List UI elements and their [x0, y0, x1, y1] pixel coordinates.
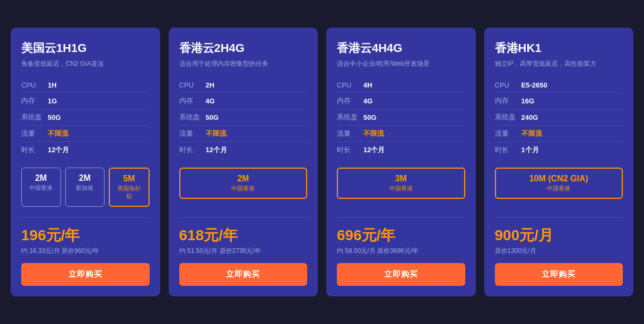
price-sub: 约 51.50元/月 原价2736元/年	[179, 247, 308, 256]
price-section: 900元/月原价1300元/月立即购买	[495, 217, 623, 286]
bandwidth-value: 3M	[343, 174, 459, 183]
price-sub: 约 58.00元/月 原价3696元/年	[337, 247, 465, 256]
bandwidth-region: 中国香港	[343, 185, 459, 192]
card-4: 香港HK1独立IP，高带宽低延迟，高性能算力CPUE5-2650内存16G系统盘…	[484, 28, 634, 296]
buy-button[interactable]: 立即购买	[21, 263, 150, 286]
spec-label: CPU	[337, 81, 363, 89]
bandwidth-value: 2M	[27, 173, 55, 183]
price-section: 696元/年约 58.00元/月 原价3696元/年立即购买	[337, 217, 465, 286]
spec-row: 流量不限流	[337, 126, 465, 142]
spec-value: 1H	[48, 81, 57, 89]
spec-label: 系统盘	[337, 112, 363, 122]
spec-row: 系统盘50G	[21, 109, 150, 126]
card-subtitle: 适合用于处理内存密集型的任务	[179, 59, 308, 68]
bandwidth-value: 5M	[115, 174, 143, 183]
bandwidth-value: 2M	[186, 174, 301, 183]
card-subtitle: 独立IP，高带宽低延迟，高性能算力	[495, 59, 623, 68]
price-section: 196元/年约 16.33元/月 原价960元/年立即购买	[21, 217, 150, 286]
bandwidth-option[interactable]: 2M中国香港	[21, 168, 61, 207]
spec-value: 16G	[521, 97, 535, 105]
spec-value: 12个月	[363, 145, 385, 155]
spec-value: 12个月	[206, 145, 227, 155]
card-subtitle: 适合中小企业/程序/Web开发场景	[337, 59, 465, 68]
bandwidth-option[interactable]: 2M中国香港	[179, 168, 308, 199]
bandwidth-value: 2M	[71, 173, 99, 183]
price-main: 196元/年	[21, 225, 150, 246]
spec-value: 240G	[521, 113, 538, 121]
spec-label: 系统盘	[495, 112, 521, 122]
card-3: 香港云4H4G适合中小企业/程序/Web开发场景CPU4H内存4G系统盘50G流…	[326, 28, 476, 296]
spec-label: 时长	[337, 145, 363, 155]
price-sub: 约 16.33元/月 原价960元/年	[21, 247, 150, 256]
spec-row: 流量不限流	[495, 126, 623, 142]
bandwidth-section: 3M中国香港	[337, 168, 465, 199]
spec-label: 时长	[179, 145, 206, 155]
spec-row: 内存4G	[337, 93, 465, 109]
specs-table: CPUE5-2650内存16G系统盘240G流量不限流时长1个月	[495, 78, 623, 158]
spec-label: 时长	[495, 145, 521, 155]
card-title: 香港HK1	[495, 40, 623, 56]
spec-row: 时长12个月	[21, 142, 150, 158]
price-main: 696元/年	[337, 225, 465, 246]
spec-row: 时长12个月	[337, 142, 465, 158]
specs-table: CPU4H内存4G系统盘50G流量不限流时长12个月	[337, 78, 465, 158]
spec-value: 4G	[363, 97, 372, 105]
spec-value: 4H	[363, 81, 372, 89]
card-1: 美国云1H1G免备室低延迟，CN2 GIA直连CPU1H内存1G系统盘50G流量…	[11, 28, 160, 296]
spec-value: 1个月	[521, 145, 539, 155]
bandwidth-option[interactable]: 5M美国洛杉矶	[109, 168, 150, 207]
spec-value: E5-2650	[521, 81, 547, 89]
price-section: 618元/年约 51.50元/月 原价2736元/年立即购买	[179, 217, 308, 286]
spec-value: 不限流	[521, 129, 542, 138]
spec-label: 系统盘	[179, 112, 206, 122]
bandwidth-option[interactable]: 2M新加坡	[65, 168, 105, 207]
spec-label: 内存	[495, 96, 521, 106]
spec-value: 2H	[206, 81, 215, 89]
price-sub: 原价1300元/月	[495, 247, 623, 256]
spec-row: 系统盘50G	[179, 109, 308, 126]
spec-label: 内存	[337, 96, 363, 106]
cards-container: 美国云1H1G免备室低延迟，CN2 GIA直连CPU1H内存1G系统盘50G流量…	[11, 28, 633, 296]
spec-value: 4G	[206, 97, 215, 105]
bandwidth-option[interactable]: 3M中国香港	[337, 168, 465, 199]
spec-value: 1G	[48, 97, 57, 105]
spec-label: 系统盘	[21, 112, 48, 122]
buy-button[interactable]: 立即购买	[495, 263, 623, 286]
card-subtitle: 免备室低延迟，CN2 GIA直连	[21, 59, 150, 68]
buy-button[interactable]: 立即购买	[337, 263, 465, 286]
spec-label: 流量	[179, 129, 206, 138]
card-title: 香港云2H4G	[179, 40, 308, 56]
spec-row: 内存16G	[495, 93, 623, 109]
spec-label: 流量	[21, 129, 48, 138]
spec-row: 流量不限流	[21, 126, 150, 142]
card-title: 美国云1H1G	[21, 40, 150, 56]
spec-label: 内存	[179, 96, 206, 106]
bandwidth-region: 美国洛杉矶	[115, 185, 143, 200]
spec-label: 流量	[495, 129, 521, 138]
buy-button[interactable]: 立即购买	[179, 263, 308, 286]
spec-value: 50G	[206, 113, 219, 121]
bandwidth-region: 中国香港	[186, 185, 301, 192]
spec-row: 内存4G	[179, 93, 308, 109]
spec-row: CPU2H	[179, 78, 308, 93]
spec-label: 流量	[337, 129, 363, 138]
spec-row: 系统盘240G	[495, 109, 623, 126]
card-title: 香港云4H4G	[337, 40, 465, 56]
bandwidth-option[interactable]: 10M (CN2 GIA)中国香港	[495, 168, 623, 199]
bandwidth-value: 10M (CN2 GIA)	[501, 174, 617, 183]
spec-row: CPU4H	[337, 78, 465, 93]
spec-row: CPUE5-2650	[495, 78, 623, 93]
spec-row: 系统盘50G	[337, 109, 465, 126]
spec-value: 不限流	[206, 129, 227, 138]
spec-row: 流量不限流	[179, 126, 308, 142]
spec-value: 50G	[48, 113, 61, 121]
price-main: 618元/年	[179, 225, 308, 246]
spec-value: 50G	[363, 113, 377, 121]
spec-label: CPU	[495, 81, 521, 89]
spec-row: 内存1G	[21, 93, 150, 109]
bandwidth-region: 中国香港	[27, 184, 55, 192]
spec-row: CPU1H	[21, 78, 150, 93]
spec-value: 不限流	[48, 129, 68, 138]
spec-value: 12个月	[48, 145, 69, 155]
spec-label: 内存	[21, 96, 48, 106]
